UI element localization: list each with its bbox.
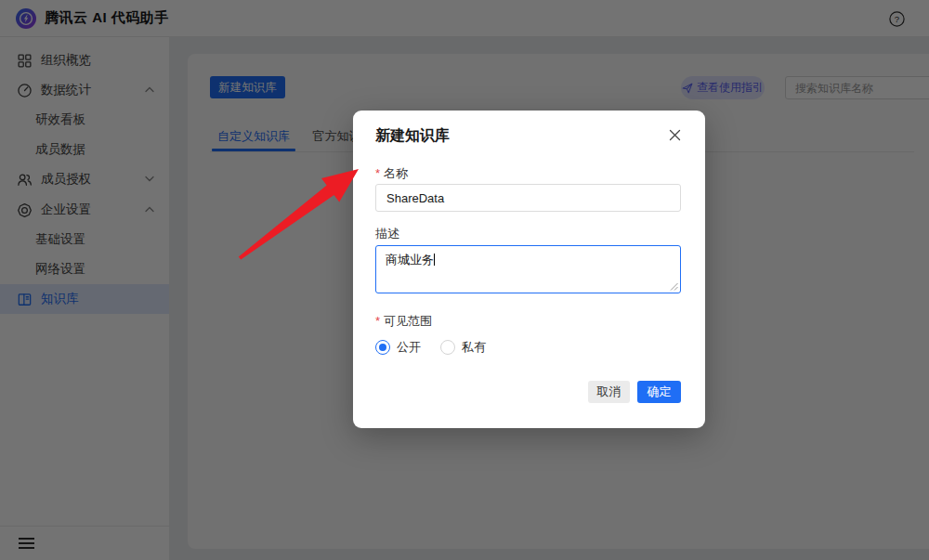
dialog-footer: 取消 确定	[588, 381, 681, 403]
create-knowledge-base-dialog: 新建知识库 *名称 描述 商城业务 *可见范围 公开 私有 取消 确定	[353, 111, 705, 428]
confirm-button[interactable]: 确定	[637, 381, 681, 403]
radio-private-label[interactable]: 私有	[462, 339, 486, 356]
radio-public[interactable]	[375, 340, 390, 355]
radio-private[interactable]	[440, 340, 455, 355]
text-caret	[434, 254, 435, 266]
required-marker: *	[375, 166, 380, 180]
resize-handle-icon[interactable]	[670, 282, 678, 291]
close-icon[interactable]	[668, 128, 682, 142]
required-marker: *	[375, 314, 380, 328]
description-field-label: 描述	[375, 227, 399, 241]
description-textarea[interactable]: 商城业务	[375, 245, 681, 293]
visibility-radio-group: 公开 私有	[375, 339, 486, 356]
dialog-title: 新建知识库	[375, 125, 450, 146]
visibility-field-label: *可见范围	[375, 314, 432, 329]
description-value: 商城业务	[386, 253, 434, 267]
cancel-button[interactable]: 取消	[588, 381, 630, 403]
name-field-label: *名称	[375, 166, 408, 181]
name-input[interactable]	[375, 184, 681, 212]
radio-public-label[interactable]: 公开	[397, 339, 421, 356]
